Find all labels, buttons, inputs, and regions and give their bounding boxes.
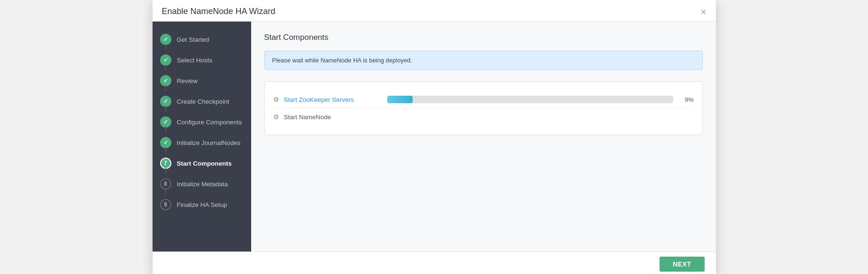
modal-container: Enable NameNode HA Wizard × ✓Get Started… [153,0,716,274]
sidebar-item-start-components[interactable]: 7Start Components [153,153,251,174]
modal-body: ✓Get Started✓Select Hosts✓Review✓Create … [153,22,716,251]
sidebar-item-create-checkpoint[interactable]: ✓Create Checkpoint [153,91,251,112]
sidebar-item-initialize-journalnodes[interactable]: ✓Initialize JournalNodes [153,132,251,153]
task-link-start-zookeeper[interactable]: Start ZooKeeper Servers [284,96,378,103]
sidebar-item-get-started[interactable]: ✓Get Started [153,29,251,50]
main-content: Start Components Please wait while NameN… [251,22,716,251]
gear-icon-start-zookeeper: ⚙ [273,96,279,103]
step-circle-review: ✓ [160,75,171,86]
task-row-start-namenode: ⚙Start NameNode [273,108,694,125]
step-circle-select-hosts: ✓ [160,54,171,66]
step-circle-configure-components: ✓ [160,116,171,128]
step-circle-start-components: 7 [160,158,171,169]
task-label-start-namenode: Start NameNode [284,114,378,121]
progress-pct-start-zookeeper: 9% [679,96,694,103]
sidebar-item-initialize-metadata[interactable]: 8Initialize Metadata [153,174,251,194]
info-banner: Please wait while NameNode HA is being d… [264,51,703,70]
sidebar-item-review[interactable]: ✓Review [153,70,251,91]
sidebar-label-start-components: Start Components [177,160,232,167]
sidebar-label-initialize-journalnodes: Initialize JournalNodes [177,139,241,146]
task-list: ⚙Start ZooKeeper Servers9%⚙Start NameNod… [264,81,703,135]
progress-bar-wrap-start-zookeeper [387,96,673,103]
sidebar-label-select-hosts: Select Hosts [177,57,213,64]
gear-icon-start-namenode: ⚙ [273,113,279,121]
sidebar-label-finalize-ha-setup: Finalize HA Setup [177,201,227,208]
modal-header: Enable NameNode HA Wizard × [153,0,716,22]
section-title: Start Components [264,33,703,42]
sidebar-label-get-started: Get Started [177,36,209,43]
step-circle-get-started: ✓ [160,34,171,45]
sidebar-label-review: Review [177,77,198,84]
modal-footer: NEXT [153,251,716,274]
sidebar-label-create-checkpoint: Create Checkpoint [177,98,230,105]
step-circle-create-checkpoint: ✓ [160,96,171,107]
sidebar-label-configure-components: Configure Components [177,119,242,126]
modal-title: Enable NameNode HA Wizard [162,7,276,16]
progress-bar-fill-start-zookeeper [387,96,413,103]
step-circle-finalize-ha-setup: 9 [160,199,171,210]
sidebar-item-select-hosts[interactable]: ✓Select Hosts [153,50,251,70]
sidebar-item-finalize-ha-setup[interactable]: 9Finalize HA Setup [153,194,251,215]
close-button[interactable]: × [701,7,707,16]
sidebar: ✓Get Started✓Select Hosts✓Review✓Create … [153,22,251,251]
task-row-start-zookeeper: ⚙Start ZooKeeper Servers9% [273,91,694,108]
next-button[interactable]: NEXT [660,257,704,272]
step-circle-initialize-metadata: 8 [160,178,171,190]
sidebar-item-configure-components[interactable]: ✓Configure Components [153,112,251,132]
sidebar-label-initialize-metadata: Initialize Metadata [177,181,228,188]
step-circle-initialize-journalnodes: ✓ [160,137,171,148]
